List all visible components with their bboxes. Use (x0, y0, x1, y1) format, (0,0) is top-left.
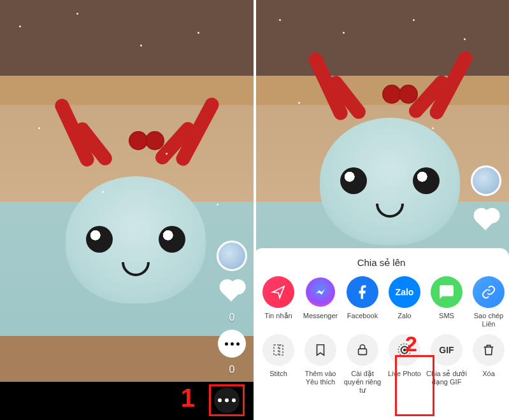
share-option-tin-nhan[interactable]: Tin nhắn (257, 276, 299, 328)
annotation-highlight-2 (395, 355, 434, 416)
share-option-sms[interactable]: SMS (426, 276, 468, 328)
trash-icon (473, 334, 505, 366)
like-count: 0 (229, 312, 235, 323)
heart-icon (222, 281, 242, 302)
video-action-rail: 0 0 (217, 241, 247, 375)
like-button[interactable] (218, 277, 246, 305)
author-avatar[interactable] (471, 165, 501, 196)
plush-illustration (66, 176, 206, 304)
svg-rect-2 (359, 349, 367, 354)
annotation-highlight-1 (209, 384, 245, 416)
share-option-facebook[interactable]: Facebook (341, 276, 384, 328)
video-feed-right: Chia sẻ lên Tin nhắn Messenger (254, 0, 509, 420)
comment-button[interactable] (218, 330, 246, 358)
action-stitch[interactable]: Stitch (257, 334, 299, 394)
plush-illustration (320, 118, 460, 245)
svg-rect-1 (280, 345, 283, 355)
share-option-zalo[interactable]: Zalo Zalo (384, 276, 426, 328)
author-avatar[interactable] (217, 241, 247, 271)
share-sheet-title: Chia sẻ lên (254, 257, 509, 269)
bookmark-icon (305, 334, 336, 366)
annotation-step-1: 1 (181, 384, 195, 412)
lock-icon (347, 334, 378, 366)
comment-dots-icon (225, 342, 240, 346)
annotation-step-2: 2 (405, 332, 417, 356)
share-sheet: Chia sẻ lên Tin nhắn Messenger (254, 248, 509, 420)
like-button[interactable] (472, 206, 500, 234)
share-actions-row: Stitch Thêm vào Yêu thích Cài đặt quyền … (254, 334, 509, 394)
send-icon (262, 276, 294, 308)
action-add-favorites[interactable]: Thêm vào Yêu thích (299, 334, 341, 394)
more-options-button[interactable] (214, 388, 240, 413)
share-destinations-row: Tin nhắn Messenger Facebook (254, 276, 509, 328)
video-feed-left: 0 0 1 (0, 0, 254, 420)
gif-icon: GIF (431, 334, 462, 366)
stitch-icon (262, 334, 294, 366)
share-option-copy-link[interactable]: Sao chép Liên (468, 276, 509, 328)
video-action-rail (471, 165, 501, 234)
comment-count: 0 (229, 364, 235, 375)
zalo-icon: Zalo (389, 276, 420, 308)
action-privacy-settings[interactable]: Cài đặt quyền riêng tư (341, 334, 384, 394)
heart-icon (476, 210, 496, 230)
sms-icon (431, 276, 462, 308)
messenger-icon (305, 276, 336, 308)
share-option-messenger[interactable]: Messenger (299, 276, 341, 328)
copy-link-icon (473, 276, 505, 308)
action-delete[interactable]: Xóa (468, 334, 509, 394)
facebook-icon (347, 276, 378, 308)
svg-rect-0 (274, 345, 278, 355)
